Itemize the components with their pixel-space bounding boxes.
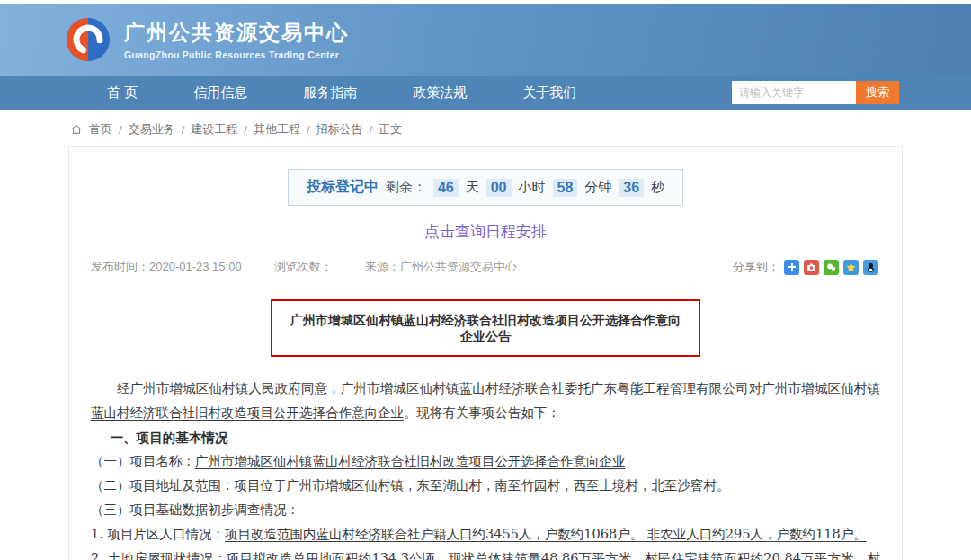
intro-text: 同意， (301, 381, 341, 396)
nav-item-credit-info[interactable]: 信用信息 (165, 76, 275, 110)
item-label: （二）项目地址及范围： (91, 478, 235, 493)
source-label: 来源： (365, 260, 400, 273)
item-survey-intro: （三）项目基础数据初步调查情况： (91, 498, 880, 522)
qq-icon[interactable] (863, 260, 878, 275)
qzone-icon[interactable] (843, 260, 859, 275)
item-value: 项目改造范围内蓝山村经济联合社户籍人口约3455人，户数约1068户。 非农业人… (225, 527, 867, 541)
share-more-icon[interactable] (784, 260, 799, 275)
item-land-status: 2. 土地房屋现状情况：项目拟改造总用地面积约134.3公顷，现状总体建筑量48… (91, 547, 880, 560)
bid-status-label: 投标登记中 (307, 178, 379, 197)
nav-item-home[interactable]: 首 页 (79, 76, 165, 110)
item-label: 2. 土地房屋现状情况： (91, 551, 227, 560)
article-body: 经广州市增城区仙村镇人民政府同意，广州市增城区仙村镇蓝山村经济联合社委托广东粤能… (91, 377, 880, 560)
search-input[interactable] (732, 81, 856, 104)
item-label: （一）项目名称： (91, 454, 195, 468)
share-label: 分享到： (733, 259, 779, 275)
publish-time-label: 发布时间： (91, 260, 149, 273)
item-project-location: （二）项目地址及范围：项目位于广州市增城区仙村镇，东至湖山村，南至竹园村，西至上… (91, 474, 880, 498)
agency-name: 广东粤能工程管理有限公司 (591, 381, 749, 396)
schedule-query-link[interactable]: 点击查询日程安排 (424, 223, 547, 240)
share-bar: 分享到： (733, 259, 878, 275)
view-count: 浏览次数： (274, 259, 333, 275)
breadcrumb-home[interactable]: 首页 (89, 121, 112, 138)
item-value: 广州市增城区仙村镇蓝山村经济联合社旧村改造项目公开选择合作意向企业 (195, 454, 626, 468)
item-project-name: （一）项目名称：广州市增城区仙村镇蓝山村经济联合社旧村改造项目公开选择合作意向企… (91, 449, 880, 474)
breadcrumb-other-projects[interactable]: 其他工程 (254, 121, 300, 138)
search-button[interactable]: 搜索 (856, 81, 899, 104)
wechat-icon[interactable] (824, 260, 839, 275)
weibo-icon[interactable] (804, 260, 819, 275)
countdown-remaining-label: 剩余： (386, 179, 426, 196)
countdown-days-unit: 天 (466, 179, 479, 196)
government-name: 广州市增城区仙村镇人民政府 (130, 381, 301, 396)
site-logo-icon (65, 16, 111, 63)
breadcrumb-construction[interactable]: 建设工程 (191, 121, 237, 138)
intro-paragraph: 经广州市增城区仙村镇人民政府同意，广州市增城区仙村镇蓝山村经济联合社委托广东粤能… (91, 377, 880, 425)
countdown-hours-unit: 小时 (519, 179, 546, 196)
countdown-seconds-unit: 秒 (651, 179, 664, 196)
item-value: 项目位于广州市增城区仙村镇，东至湖山村，南至竹园村，西至上境村，北至沙窖村。 (235, 478, 730, 493)
schedule-link-row: 点击查询日程安排 (69, 221, 902, 242)
breadcrumb-separator: / (117, 123, 124, 137)
view-count-label: 浏览次数： (274, 260, 333, 273)
breadcrumb: 首页 / 交易业务 / 建设工程 / 其他工程 / 招标公告 / 正文 (0, 110, 971, 146)
publish-time: 发布时间：2020-01-23 15:00 (91, 259, 242, 275)
breadcrumb-separator: / (242, 123, 249, 137)
content-panel: 投标登记中 剩余： 46 天 00 小时 58 分钟 36 秒 点击查询日程安排… (68, 146, 903, 560)
breadcrumb-separator: / (180, 123, 187, 137)
site-subtitle: GuangZhou Public Resources Trading Cente… (124, 49, 349, 60)
nav-item-about-us[interactable]: 关于我们 (494, 76, 604, 110)
source: 来源：广州公共资源交易中心 (365, 259, 517, 275)
site-title: 广州公共资源交易中心 (124, 19, 349, 47)
intro-text: 委托 (565, 381, 591, 396)
search-bar: 搜索 (732, 81, 899, 104)
breadcrumb-tender-notice[interactable]: 招标公告 (316, 121, 363, 138)
brand-text: 广州公共资源交易中心 GuangZhou Public Resources Tr… (124, 19, 349, 60)
home-icon (70, 123, 83, 136)
article-meta: 发布时间：2020-01-23 15:00 浏览次数： 来源：广州公共资源交易中… (69, 253, 902, 275)
countdown-seconds: 36 (619, 179, 644, 197)
countdown-minutes: 58 (553, 179, 578, 197)
item-label: 1. 项目片区人口情况： (91, 527, 225, 541)
publish-time-value: 2020-01-23 15:00 (149, 260, 242, 273)
countdown-days: 46 (433, 179, 459, 197)
nav-item-service-guide[interactable]: 服务指南 (275, 76, 385, 110)
intro-text: 经 (117, 381, 130, 396)
main-nav: 首 页 信用信息 服务指南 政策法规 关于我们 搜索 (0, 76, 971, 110)
countdown-minutes-unit: 分钟 (584, 179, 611, 196)
breadcrumb-current-article: 正文 (379, 121, 402, 138)
brand[interactable]: 广州公共资源交易中心 GuangZhou Public Resources Tr… (65, 16, 349, 63)
site-header: 广州公共资源交易中心 GuangZhou Public Resources Tr… (0, 4, 971, 76)
item-population: 1. 项目片区人口情况：项目改造范围内蓝山村经济联合社户籍人口约3455人，户数… (91, 522, 880, 547)
breadcrumb-separator: / (305, 123, 312, 137)
cooperative-name: 广州市增城区仙村镇蓝山村经济联合社 (341, 381, 565, 396)
intro-text: 。现将有关事项公告如下： (404, 405, 560, 420)
breadcrumb-trading-business[interactable]: 交易业务 (129, 121, 175, 138)
announcement-title: 广州市增城区仙村镇蓝山村经济联合社旧村改造项目公开选择合作意向企业公告 (271, 299, 700, 357)
bid-countdown: 投标登记中 剩余： 46 天 00 小时 58 分钟 36 秒 (288, 169, 683, 206)
item-label: （三）项目基础数据初步调查情况： (91, 502, 299, 517)
intro-text: 对 (749, 381, 762, 396)
nav-item-policies[interactable]: 政策法规 (385, 76, 494, 110)
section-heading-basic-info: 一、项目的基本情况 (91, 425, 880, 449)
countdown-hours: 00 (486, 179, 512, 197)
source-value: 广州公共资源交易中心 (400, 260, 517, 273)
breadcrumb-separator: / (368, 123, 375, 137)
